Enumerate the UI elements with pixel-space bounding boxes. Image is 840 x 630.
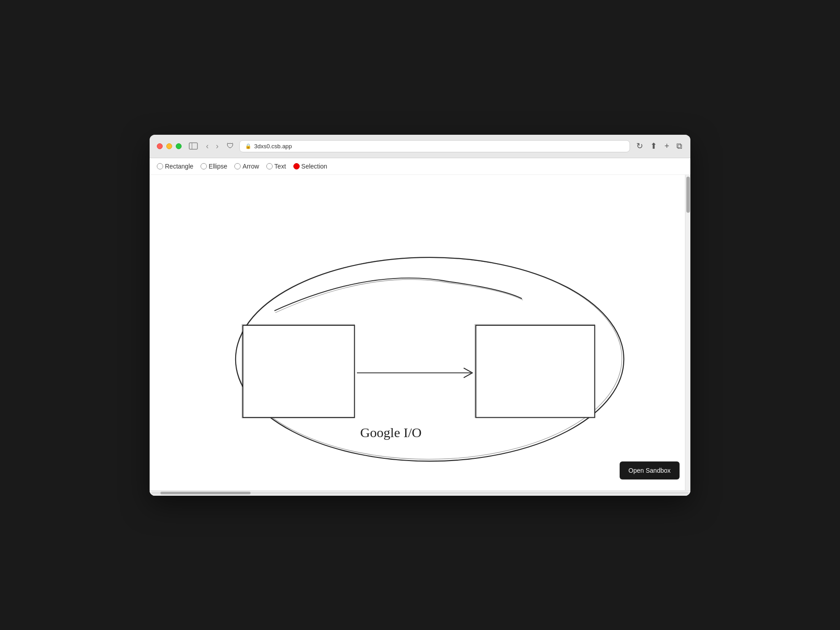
right-scrollbar[interactable] xyxy=(685,175,690,490)
google-io-text: Google I/O xyxy=(360,425,421,440)
close-button[interactable] xyxy=(157,143,163,149)
toolbar-right: ↻ ⬆ + ⧉ xyxy=(635,140,683,152)
forward-button[interactable]: › xyxy=(213,141,221,152)
ellipse-radio[interactable] xyxy=(201,163,207,169)
tabs-button[interactable]: ⧉ xyxy=(676,141,683,152)
scrollbar-thumb[interactable] xyxy=(160,492,251,494)
rectangle-label: Rectangle xyxy=(165,163,193,170)
scrollbar-track xyxy=(151,492,689,494)
selection-radio[interactable] xyxy=(293,163,300,169)
rectangle-radio[interactable] xyxy=(157,163,163,169)
selection-label: Selection xyxy=(301,163,328,170)
arrow-radio[interactable] xyxy=(234,163,241,169)
bottom-scrollbar[interactable] xyxy=(150,490,690,496)
url-text: 3dxs0.csb.app xyxy=(254,143,292,150)
traffic-lights xyxy=(157,143,182,149)
lock-icon: 🔒 xyxy=(245,143,251,149)
new-tab-button[interactable]: + xyxy=(663,141,670,152)
minimize-button[interactable] xyxy=(166,143,172,149)
canvas-area[interactable]: Google I/O Open Sandbox xyxy=(150,175,690,490)
svg-rect-4 xyxy=(243,325,355,417)
browser-window: ‹ › 🛡 🔒 3dxs0.csb.app ↻ ⬆ + ⧉ Rectangle … xyxy=(150,135,690,496)
tool-text[interactable]: Text xyxy=(266,163,286,170)
tool-ellipse[interactable]: Ellipse xyxy=(201,163,227,170)
svg-rect-6 xyxy=(476,325,595,417)
reload-button[interactable]: ↻ xyxy=(635,140,644,152)
back-button[interactable]: ‹ xyxy=(203,141,211,152)
tool-selection[interactable]: Selection xyxy=(293,163,328,170)
title-bar: ‹ › 🛡 🔒 3dxs0.csb.app ↻ ⬆ + ⧉ xyxy=(150,135,690,158)
shield-icon: 🛡 xyxy=(227,142,234,150)
drawing-canvas[interactable]: Google I/O xyxy=(150,175,690,490)
share-button[interactable]: ⬆ xyxy=(649,140,658,152)
content-area: Rectangle Ellipse Arrow Text Selection xyxy=(150,158,690,496)
nav-buttons: ‹ › xyxy=(203,141,221,152)
sidebar-toggle-button[interactable] xyxy=(189,142,198,150)
ellipse-label: Ellipse xyxy=(209,163,227,170)
text-radio[interactable] xyxy=(266,163,273,169)
drawing-toolbar: Rectangle Ellipse Arrow Text Selection xyxy=(150,158,690,175)
right-scrollbar-thumb[interactable] xyxy=(686,177,690,213)
text-label: Text xyxy=(274,163,286,170)
tool-arrow[interactable]: Arrow xyxy=(234,163,259,170)
open-sandbox-button[interactable]: Open Sandbox xyxy=(620,461,680,479)
maximize-button[interactable] xyxy=(176,143,182,149)
address-bar[interactable]: 🔒 3dxs0.csb.app xyxy=(239,140,630,152)
arrow-label: Arrow xyxy=(242,163,259,170)
svg-rect-0 xyxy=(189,143,197,149)
tool-rectangle[interactable]: Rectangle xyxy=(157,163,193,170)
